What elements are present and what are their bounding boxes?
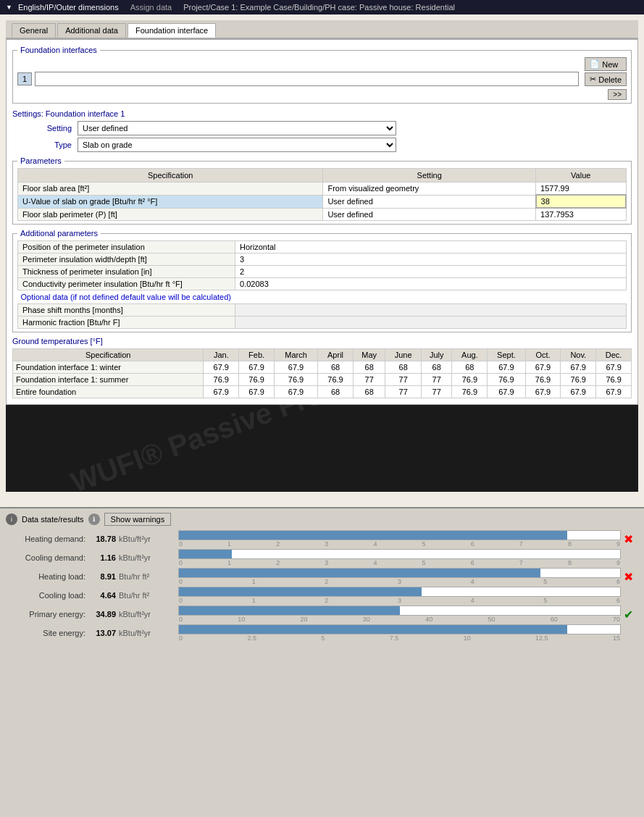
tab-general[interactable]: General [12, 23, 56, 38]
ground-cell: 76.9 [525, 374, 561, 386]
tab-foundation[interactable]: Foundation interface [127, 23, 216, 38]
tab-bar: General Additional data Foundation inter… [6, 20, 638, 39]
ground-row-label: Foundation interface 1: winter [13, 361, 204, 374]
params-header-spec: Specification [18, 169, 323, 183]
fi-input[interactable] [35, 72, 579, 86]
metric-unit: kBtu/ft²yr [119, 535, 175, 543]
metric-row: Cooling demand: 1.16 kBtu/ft²yr 01234567… [6, 549, 638, 566]
ground-cell: 67.9 [488, 386, 525, 398]
ground-cell: 67.9 [204, 386, 239, 398]
params-row: Floor slab area [ft²] From visualized ge… [18, 183, 627, 196]
metric-row: Cooling load: 4.64 Btu/hr ft² 0123456 [6, 587, 638, 604]
metric-status: ✖ [624, 532, 638, 546]
params-fieldset: Parameters Specification Setting Value F… [12, 156, 632, 225]
metric-bar-container [178, 568, 621, 578]
ground-cell: 67.9 [274, 361, 317, 374]
metric-bar-wrapper: 010203040506070 [178, 606, 621, 623]
new-button[interactable]: 📄 New [585, 57, 627, 71]
metric-row: Heating demand: 18.78 kBtu/ft²yr 0123456… [6, 530, 638, 548]
settings-title: Settings: Foundation interface 1 [12, 109, 632, 118]
metric-bar-container [178, 606, 621, 616]
ground-cell: 67.9 [525, 386, 561, 398]
ground-cell: 67.9 [561, 361, 596, 374]
setting-select[interactable]: User defined [78, 121, 396, 135]
add-params-table: Position of the perimeter insulation Hor… [17, 240, 627, 329]
metric-value: 8.91 [88, 572, 116, 581]
ground-header: Nov. [561, 349, 596, 361]
ground-cell: 67.9 [561, 386, 596, 398]
add-params-fieldset: Additional parameters Position of the pe… [12, 229, 632, 332]
params-setting: From visualized geometry [323, 183, 536, 196]
type-select[interactable]: Slab on grade [78, 138, 396, 152]
tab-additional[interactable]: Additional data [57, 23, 126, 38]
metric-value: 18.78 [88, 535, 116, 543]
metric-bar-container [178, 549, 621, 559]
add-param-label: Thickness of perimeter insulation [in] [18, 266, 235, 278]
params-setting: User defined [323, 208, 536, 221]
ground-cell: 67.9 [596, 361, 632, 374]
metric-scale: 010203040506070 [178, 616, 621, 623]
metric-scale: 0123456789 [178, 540, 621, 548]
ground-cell: 68 [318, 361, 354, 374]
type-label: Type [12, 141, 78, 149]
bottom-header: i Data state/results ℹ Show warnings [6, 513, 638, 526]
ground-header: Oct. [525, 349, 561, 361]
foundation-interfaces-legend: Foundation interfaces [17, 46, 100, 54]
ground-temps-title: Ground temperatures [°F] [12, 337, 632, 345]
ground-header: Jan. [204, 349, 239, 361]
metric-bar-wrapper: 0123456789 [178, 549, 621, 566]
ground-cell: 67.9 [596, 386, 632, 398]
ground-cell: 77 [421, 374, 452, 386]
metric-unit: kBtu/ft²yr [119, 553, 175, 562]
type-row: Type Slab on grade [12, 138, 632, 152]
metrics-container: Heating demand: 18.78 kBtu/ft²yr 0123456… [6, 530, 638, 642]
more-button[interactable]: >> [608, 89, 627, 100]
ground-cell: 77 [385, 386, 421, 398]
status-x-icon: ✖ [624, 571, 633, 583]
metric-name: Heating load: [6, 572, 85, 581]
show-warnings-button[interactable]: Show warnings [104, 513, 172, 526]
metric-bar [179, 625, 567, 634]
settings-section: Settings: Foundation interface 1 Setting… [12, 109, 632, 152]
params-value[interactable]: 38 [536, 195, 626, 208]
ground-cell: 76.9 [488, 374, 525, 386]
ground-cell: 77 [353, 374, 385, 386]
ground-row-label: Foundation interface 1: summer [13, 374, 204, 386]
metric-row: Heating load: 8.91 Btu/hr ft² 0123456 ✖ [6, 568, 638, 585]
metric-unit: kBtu/ft²yr [119, 610, 175, 619]
ground-cell: 76.9 [452, 386, 488, 398]
params-row: U-Value of slab on grade [Btu/hr ft² °F]… [18, 195, 627, 208]
metric-name: Heating demand: [6, 535, 85, 543]
metric-scale: 0123456 [178, 578, 621, 585]
add-param-label: Perimeter insulation width/depth [ft] [18, 254, 235, 266]
ground-cell: 67.9 [525, 361, 561, 374]
metric-bar-container [178, 530, 621, 540]
params-header-value: Value [536, 169, 626, 183]
assign-data-link[interactable]: Assign data [130, 3, 172, 12]
optional-param-value [235, 304, 627, 317]
metric-bar [179, 606, 400, 615]
metric-bar [179, 587, 422, 596]
optional-param-label: Phase shift months [months] [18, 304, 235, 317]
add-param-label: Conductivity perimeter insulation [Btu/h… [18, 278, 235, 290]
metric-scale: 02.557.51012.515 [178, 634, 621, 642]
ground-header: June [385, 349, 421, 361]
ground-header: May [353, 349, 385, 361]
ground-header: March [274, 349, 317, 361]
metric-name: Cooling load: [6, 591, 85, 600]
dropdown-arrow[interactable]: ▼ [6, 4, 12, 11]
ground-cell: 68 [452, 361, 488, 374]
ground-cell: 77 [421, 386, 452, 398]
delete-button[interactable]: ✂ Delete [585, 72, 627, 86]
optional-param-value [235, 317, 627, 329]
add-params-row: Conductivity perimeter insulation [Btu/h… [18, 278, 627, 290]
add-params-row: Thickness of perimeter insulation [in] 2 [18, 266, 627, 278]
title-dropdown[interactable]: English/IP/Outer dimensions [18, 3, 119, 12]
optional-note-row: Optional data (if not defined default va… [18, 290, 627, 304]
title-bar: ▼ English/IP/Outer dimensions Assign dat… [0, 0, 644, 14]
add-param-value: 0.02083 [235, 278, 627, 290]
delete-icon: ✂ [590, 75, 596, 84]
ground-cell: 67.9 [488, 361, 525, 374]
breadcrumb: Project/Case 1: Example Case/Building/PH… [183, 3, 455, 12]
metric-unit: kBtu/ft²yr [119, 629, 175, 637]
